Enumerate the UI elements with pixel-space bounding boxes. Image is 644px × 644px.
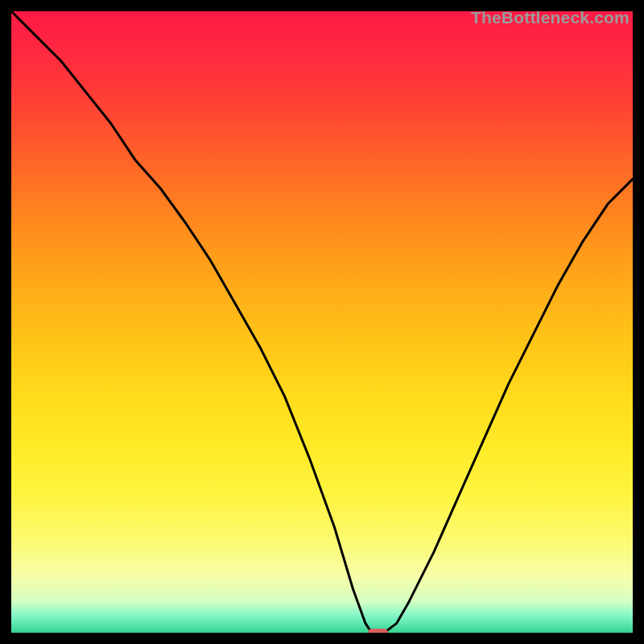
watermark-text: TheBottleneck.com — [471, 11, 630, 27]
minimum-marker — [368, 629, 388, 633]
plot-area: TheBottleneck.com — [11, 11, 633, 633]
chart-frame: TheBottleneck.com — [0, 0, 644, 644]
curve-layer — [11, 11, 633, 633]
bottleneck-curve — [11, 11, 633, 633]
